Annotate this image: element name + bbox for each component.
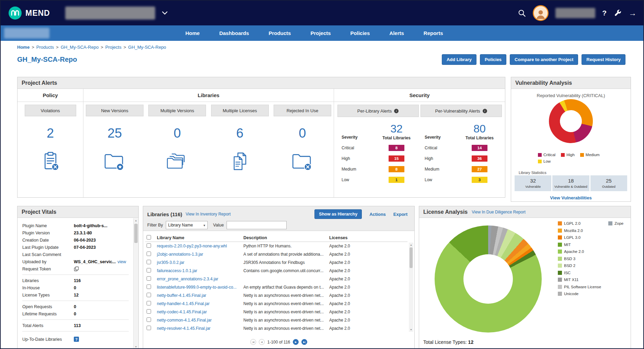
row-checkbox[interactable] xyxy=(147,293,151,297)
table-row: netty-common-4.1.45.Final.jarNetty is an… xyxy=(145,316,407,324)
rejected-in-use-count[interactable]: 0 xyxy=(299,126,306,141)
search-icon[interactable] xyxy=(518,9,526,17)
library-link[interactable]: error_prone_annotations-2.3.4.jar xyxy=(157,277,243,281)
filter-value-input[interactable] xyxy=(227,221,287,229)
row-checkbox[interactable] xyxy=(147,326,151,330)
chevron-down-icon[interactable] xyxy=(162,11,168,15)
per-library-total[interactable]: 32 xyxy=(371,123,422,135)
help-icon[interactable]: ? xyxy=(602,9,607,17)
vulnerability-donut-chart xyxy=(543,93,598,149)
row-checkbox[interactable] xyxy=(147,301,151,305)
view-inventory-report-link[interactable]: View In Inventory Report xyxy=(186,212,231,217)
row-checkbox[interactable] xyxy=(147,243,151,248)
vital-row-up-to-date: Up-To-Date Libraries? xyxy=(22,336,129,343)
help-badge[interactable]: ? xyxy=(74,337,79,342)
library-link[interactable]: requests-2.20.0-py2.py3-none-any.whl xyxy=(157,244,243,248)
next-page-button[interactable] xyxy=(293,339,299,345)
new-versions-count[interactable]: 25 xyxy=(107,126,122,141)
view-due-diligence-report-link[interactable]: View In Due Diligence Report xyxy=(472,210,526,214)
add-library-button[interactable]: Add Library xyxy=(442,54,476,65)
view-link[interactable]: view xyxy=(117,259,126,264)
top-bar: MEND ? → xyxy=(1,1,643,25)
scroll-up-arrow[interactable] xyxy=(409,244,413,246)
new-versions-tile[interactable]: New Versions xyxy=(86,105,143,116)
per-vulnerability-alerts-tile[interactable]: Per-Vulnerability Alerts xyxy=(421,105,502,117)
vitals-scrollbar[interactable] xyxy=(133,218,138,349)
nav-item-home[interactable]: Home xyxy=(185,30,200,36)
value-label: Value xyxy=(213,223,224,228)
library-link[interactable]: jsr305-3.0.2.jar xyxy=(157,260,243,265)
library-link[interactable]: netty-buffer-4.1.45.Final.jar xyxy=(157,293,243,298)
nav-item-alerts[interactable]: Alerts xyxy=(389,30,404,36)
nav-item-policies[interactable]: Policies xyxy=(350,30,370,36)
row-checkbox[interactable] xyxy=(147,252,151,256)
export-button[interactable]: Export xyxy=(393,212,407,217)
library-link[interactable]: netty-handler-4.1.45.Final.jar xyxy=(157,301,243,306)
severity-label: Severity xyxy=(342,135,371,140)
table-row: failureaccess-1.0.1.jarContains com.goog… xyxy=(145,267,407,275)
per-library-alerts-tile[interactable]: Per-Library Alerts xyxy=(337,105,419,117)
table-scrollbar[interactable] xyxy=(409,243,413,332)
logout-arrow-icon[interactable]: → xyxy=(629,9,636,18)
actions-button[interactable]: Actions xyxy=(369,212,386,217)
table-header: Library Name Description Licenses xyxy=(145,234,407,242)
library-link[interactable]: j2objc-annotations-1.3.jar xyxy=(157,252,243,257)
divider xyxy=(22,319,129,320)
breadcrumb-home[interactable]: Home xyxy=(17,45,30,50)
multiple-licenses-tile[interactable]: Multiple Licenses xyxy=(211,105,269,116)
library-link[interactable]: netty-common-4.1.45.Final.jar xyxy=(157,318,243,323)
breadcrumb-product-name[interactable]: GH_My-SCA-Repo xyxy=(61,45,99,50)
nav-item-dashboards[interactable]: Dashboards xyxy=(219,30,249,36)
request-history-button[interactable]: Request History xyxy=(582,54,625,65)
policy-heading: Policy xyxy=(18,89,83,102)
breadcrumb-project-name[interactable]: GH_My-SCA-Repo xyxy=(128,45,166,50)
vital-row: Lifetime Requests0 xyxy=(22,310,129,317)
library-link[interactable]: netty-codec-4.1.45.Final.jar xyxy=(157,310,243,314)
breadcrumb-products[interactable]: Products xyxy=(36,45,54,50)
policies-button[interactable]: Policies xyxy=(480,54,506,65)
scrollbar-thumb[interactable] xyxy=(134,224,138,243)
scroll-down-arrow[interactable] xyxy=(134,346,138,348)
first-page-button[interactable] xyxy=(250,339,256,345)
view-vulnerabilities-link[interactable]: View Vulnerabilities xyxy=(511,195,631,200)
row-checkbox[interactable] xyxy=(147,309,151,314)
mend-logo-icon xyxy=(8,6,22,20)
row-checkbox[interactable] xyxy=(147,276,151,281)
vital-row: Last Plugin Update07-04-2023 xyxy=(22,244,129,251)
nav-item-projects[interactable]: Projects xyxy=(310,30,331,36)
org-selector-redacted[interactable] xyxy=(65,7,155,20)
info-icon[interactable] xyxy=(483,109,487,113)
row-checkbox[interactable] xyxy=(147,268,151,272)
show-as-hierarchy-button[interactable]: Show as Hierarchy xyxy=(314,209,362,219)
violations-tile[interactable]: Violations xyxy=(25,105,76,116)
breadcrumb-projects[interactable]: Projects xyxy=(105,45,122,50)
previous-page-button[interactable] xyxy=(259,339,265,345)
library-link[interactable]: listenablefuture-9999.0-empty-to-avoid-c… xyxy=(157,285,243,290)
info-icon[interactable] xyxy=(394,109,399,113)
library-link[interactable]: failureaccess-1.0.1.jar xyxy=(157,268,243,273)
multiple-versions-count[interactable]: 0 xyxy=(174,126,181,141)
select-all-checkbox[interactable] xyxy=(147,235,151,240)
nav-item-reports[interactable]: Reports xyxy=(424,30,443,36)
nav-item-products[interactable]: Products xyxy=(268,30,291,36)
wrench-icon[interactable] xyxy=(613,9,622,17)
filter-field-select[interactable]: Library Name xyxy=(166,221,208,229)
scroll-up-arrow[interactable] xyxy=(134,219,138,222)
row-checkbox[interactable] xyxy=(147,317,151,322)
copy-icon[interactable] xyxy=(74,266,79,271)
scroll-down-arrow[interactable] xyxy=(409,328,413,331)
rejected-in-use-tile[interactable]: Rejected In Use xyxy=(274,105,331,116)
library-link[interactable]: netty-resolver-4.1.45.Final.jar xyxy=(157,326,243,331)
avatar[interactable] xyxy=(533,5,549,21)
scrollbar-thumb[interactable] xyxy=(410,247,413,268)
table-row: netty-resolver-4.1.45.Final.jarNetty is … xyxy=(145,324,407,333)
multiple-licenses-count[interactable]: 6 xyxy=(236,126,243,141)
per-vulnerability-total[interactable]: 80 xyxy=(454,123,505,135)
multiple-versions-tile[interactable]: Multiple Versions xyxy=(148,105,206,116)
row-checkbox[interactable] xyxy=(147,284,151,289)
violations-count[interactable]: 2 xyxy=(47,126,54,141)
compare-project-button[interactable]: Compare to another Project xyxy=(510,54,578,65)
pagination: 1-100 of 116 xyxy=(143,339,414,345)
last-page-button[interactable] xyxy=(301,339,307,345)
row-checkbox[interactable] xyxy=(147,260,151,264)
